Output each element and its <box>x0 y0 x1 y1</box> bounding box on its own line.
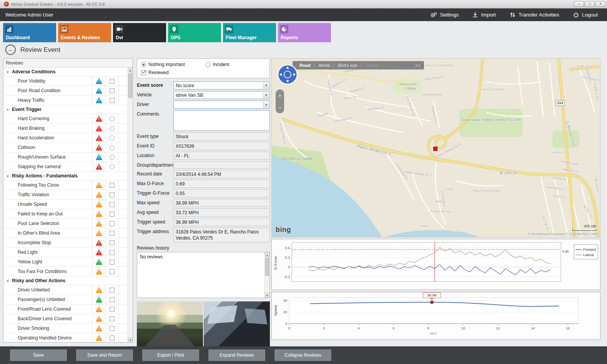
review-item-row: Heavy Traffic <box>3 96 128 105</box>
tab-dashboard[interactable]: Dashboard <box>3 23 56 42</box>
review-item-checkbox[interactable] <box>110 240 115 245</box>
reviews-tree: ▾Adverse ConditionsPoor VisibilityPoor R… <box>3 68 128 342</box>
scroll-up-icon[interactable]: ▲ <box>265 252 269 257</box>
classification-radio[interactable] <box>141 62 146 67</box>
title-bar: Idrive Control Center - 3.0.2 version - … <box>0 0 607 8</box>
review-item-row: Traffic Violation <box>3 190 128 200</box>
map-view-toolbar: RoadAerialBird's eyeLabels<< <box>293 61 424 69</box>
review-item-checkbox[interactable] <box>110 336 115 341</box>
scroll-down-icon[interactable]: ▼ <box>265 293 269 298</box>
bing-map[interactable]: EAST RANCHO PALOS VERDESMarymountCollege… <box>271 58 600 237</box>
back-button[interactable]: ← <box>5 45 16 55</box>
vehicle-select[interactable]: idrive Van SB▼ <box>173 91 270 99</box>
reviews-scrollbar[interactable]: ▲ ▼ <box>128 68 133 342</box>
classification-radio[interactable] <box>206 62 211 67</box>
review-item-checkbox[interactable] <box>110 326 115 331</box>
driver-select[interactable]: ▼ <box>173 101 270 109</box>
event-location-marker[interactable] <box>433 147 437 151</box>
expand-reviews-button[interactable]: Expand Reviews <box>208 349 265 361</box>
review-item-checkbox[interactable] <box>110 250 115 255</box>
driver-camera-thumbnail[interactable] <box>204 301 270 350</box>
transfer-button[interactable]: Transfer Activities <box>510 12 559 18</box>
review-item-radio[interactable] <box>110 164 115 169</box>
review-item-radio[interactable] <box>110 126 115 131</box>
review-item-checkbox[interactable] <box>110 98 115 103</box>
export-print-button[interactable]: Export / Print <box>142 349 199 361</box>
select-column <box>105 133 118 142</box>
review-item-checkbox[interactable] <box>110 221 115 226</box>
tab-events[interactable]: Events & Reviews <box>58 23 111 42</box>
review-item-radio[interactable] <box>110 155 115 160</box>
review-item-checkbox[interactable] <box>110 79 115 84</box>
review-item-checkbox[interactable] <box>110 88 115 93</box>
map-compass-control[interactable] <box>277 64 298 85</box>
review-item-checkbox[interactable] <box>110 269 115 274</box>
review-group-row[interactable]: ▾Event Trigger <box>3 105 128 114</box>
tab-gps[interactable]: GPS <box>168 23 221 42</box>
review-item-radio[interactable] <box>110 136 115 141</box>
collapse-reviews-button[interactable]: Collapse Reviews <box>274 349 331 361</box>
save-return-button[interactable]: Save and Return <box>76 349 133 361</box>
road-camera-thumbnail[interactable] <box>137 301 203 350</box>
collapse-caret-icon[interactable]: ▾ <box>3 174 12 178</box>
speed-chart-svg: 020400246810121416SECSpeed36.99 <box>272 292 600 339</box>
history-scrollbar[interactable]: ▲ ▼ <box>264 252 269 298</box>
review-item-checkbox[interactable] <box>110 297 115 302</box>
map-street-label: W 25th St <box>499 171 516 175</box>
review-item-checkbox[interactable] <box>110 316 115 321</box>
tab-reports[interactable]: Reports <box>278 23 331 42</box>
spacer-column <box>118 248 128 257</box>
spacer-column <box>118 285 128 295</box>
minimize-button[interactable]: – <box>574 1 584 7</box>
logout-button[interactable]: Logout <box>573 12 598 18</box>
event-type-value: Shock <box>173 132 270 141</box>
svg-text:16: 16 <box>566 326 570 330</box>
review-item-checkbox[interactable] <box>110 212 115 217</box>
field-label: Group/department <box>137 161 173 168</box>
review-group-label: Adverse Conditions <box>12 69 55 74</box>
trigger-speed-value: 36.99 MPH <box>173 218 270 226</box>
maximize-button[interactable]: □ <box>585 1 595 7</box>
import-button[interactable]: Import <box>472 12 496 18</box>
map-view-bird-s-eye[interactable]: Bird's eye <box>334 63 361 68</box>
review-group-row[interactable]: ▾Risky and Other Actions <box>3 276 128 285</box>
review-item-checkbox[interactable] <box>110 183 115 188</box>
scroll-down-icon[interactable]: ▼ <box>128 337 133 342</box>
comments-textarea[interactable] <box>173 110 270 131</box>
event-score-select[interactable]: No score▼ <box>173 81 270 89</box>
toolbar-collapse-button[interactable]: << <box>415 63 421 68</box>
map-view-aerial[interactable]: Aerial <box>315 63 334 68</box>
map-view-road[interactable]: Road <box>296 63 314 68</box>
review-item-checkbox[interactable] <box>110 202 115 207</box>
reviews-history-list[interactable]: No reviews ▲ ▼ <box>137 252 270 298</box>
review-group-row[interactable]: ▾Risky Actions - Fundamentals <box>3 172 128 180</box>
review-item-checkbox[interactable] <box>110 192 115 197</box>
review-item-radio[interactable] <box>110 116 115 121</box>
collapse-caret-icon[interactable]: ▾ <box>3 279 12 283</box>
tab-dvr[interactable]: Dvr <box>113 23 166 42</box>
review-item-checkbox[interactable] <box>110 260 115 265</box>
close-button[interactable]: × <box>595 1 605 7</box>
review-item-radio[interactable] <box>110 145 115 150</box>
scroll-up-icon[interactable]: ▲ <box>128 68 133 73</box>
zoom-in-button[interactable]: + <box>278 93 281 98</box>
review-item-checkbox[interactable] <box>110 307 115 312</box>
map-view-labels[interactable]: Labels <box>361 63 382 68</box>
collapse-caret-icon[interactable]: ▾ <box>3 108 12 112</box>
collapse-caret-icon[interactable]: ▾ <box>3 70 12 74</box>
review-item-checkbox[interactable] <box>110 288 115 293</box>
review-group-row[interactable]: ▾Adverse Conditions <box>3 68 128 76</box>
scrollbar-thumb[interactable] <box>128 73 132 98</box>
review-item-checkbox[interactable] <box>110 231 115 236</box>
classification-checkbox[interactable] <box>141 70 146 75</box>
tab-fleet[interactable]: Fleet Manager <box>223 23 276 42</box>
zoom-out-button[interactable]: − <box>278 105 281 110</box>
settings-button[interactable]: Settings <box>430 12 459 18</box>
review-item-label: Poor Road Condition <box>3 86 92 95</box>
classification-option-label: Nothing important <box>148 62 185 67</box>
save-button[interactable]: Save <box>10 349 67 361</box>
warning-triangle-icon <box>96 154 103 160</box>
logout-label: Logout <box>582 12 598 18</box>
map-street-label: Amigo <box>420 225 429 228</box>
form-row: Group/department <box>137 161 270 169</box>
